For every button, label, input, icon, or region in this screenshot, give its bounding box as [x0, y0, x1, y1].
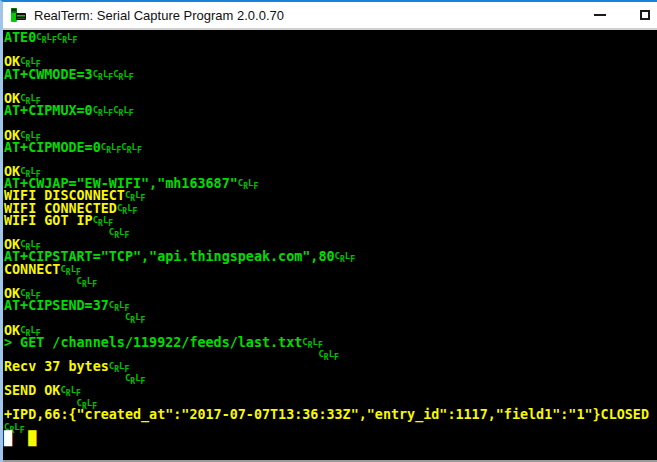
crlf-marker: CRLF [109, 225, 130, 240]
crlf-marker: CRLF [117, 201, 138, 216]
crlf-marker: CRLF [36, 30, 57, 45]
crlf-marker: CRLF [77, 274, 98, 289]
command-text: AT+CIPMODE=0 [4, 140, 101, 155]
window-title: RealTerm: Serial Capture Program 2.0.0.7… [34, 8, 284, 23]
crlf-marker: CRLF [125, 371, 146, 386]
maximize-button[interactable] [633, 2, 657, 28]
terminal-line: OKCRLF [4, 55, 657, 67]
terminal-line: CRLF [4, 421, 657, 433]
terminal-line: AT+CIPSTART="TCP","api.thingspeak.com",8… [4, 250, 657, 262]
command-text: AT+CWMODE=3 [4, 67, 93, 82]
terminal-line: AT+CIPMODE=0CRLFCRLF [4, 141, 657, 153]
crlf-marker: CRLF [93, 67, 114, 82]
maximize-icon [640, 10, 650, 20]
minimize-button[interactable] [583, 2, 617, 28]
crlf-marker: CRLF [113, 103, 134, 118]
terminal-line: AT+CWMODE=3CRLFCRLF [4, 68, 657, 80]
terminal-line: CRLF [4, 311, 657, 323]
terminal-line: CRLF [4, 372, 657, 384]
whitespace-pad [12, 431, 28, 446]
terminal-line: CRLF [4, 226, 657, 238]
terminal-line: CRLF [4, 275, 657, 287]
crlf-marker: CRLF [113, 67, 134, 82]
minimize-icon [594, 14, 606, 16]
terminal-line: ATE0CRLFCRLF [4, 31, 657, 43]
terminal-line [4, 116, 657, 128]
crlf-marker: CRLF [318, 347, 339, 362]
window: RealTerm: Serial Capture Program 2.0.0.7… [0, 0, 657, 462]
cursor-block-yellow: █ [28, 431, 36, 446]
terminal-line: +IPD,66:{"created_at":"2017-07-07T13:36:… [4, 409, 657, 421]
terminal-line: SEND OKCRLF [4, 384, 657, 396]
terminal-line: OKCRLF [4, 129, 657, 141]
cursor-block-white: █ [4, 431, 12, 446]
crlf-marker: CRLF [125, 310, 146, 325]
realterm-app-icon [10, 7, 27, 23]
terminal-line: AT+CIPMUX=0CRLFCRLF [4, 104, 657, 116]
command-text: ATE0 [4, 30, 36, 45]
terminal-line: WIFI CONNECTEDCRLF [4, 202, 657, 214]
terminal-line [4, 43, 657, 55]
crlf-marker: CRLF [335, 249, 356, 264]
crlf-marker: CRLF [121, 140, 142, 155]
response-text: +IPD,66:{"created_at":"2017-07-07T13:36:… [4, 407, 649, 422]
crlf-marker: CRLF [238, 176, 259, 191]
terminal-screen[interactable]: ATE0CRLFCRLFOKCRLFAT+CWMODE=3CRLFCRLFOKC… [3, 30, 657, 462]
command-text: AT+CIPMUX=0 [4, 103, 93, 118]
crlf-marker: CRLF [93, 103, 114, 118]
terminal-line: CONNECTCRLF [4, 263, 657, 275]
crlf-marker: CRLF [101, 140, 122, 155]
crlf-marker: CRLF [57, 30, 78, 45]
titlebar: RealTerm: Serial Capture Program 2.0.0.7… [3, 2, 657, 28]
terminal-line: █ █ [4, 433, 657, 445]
